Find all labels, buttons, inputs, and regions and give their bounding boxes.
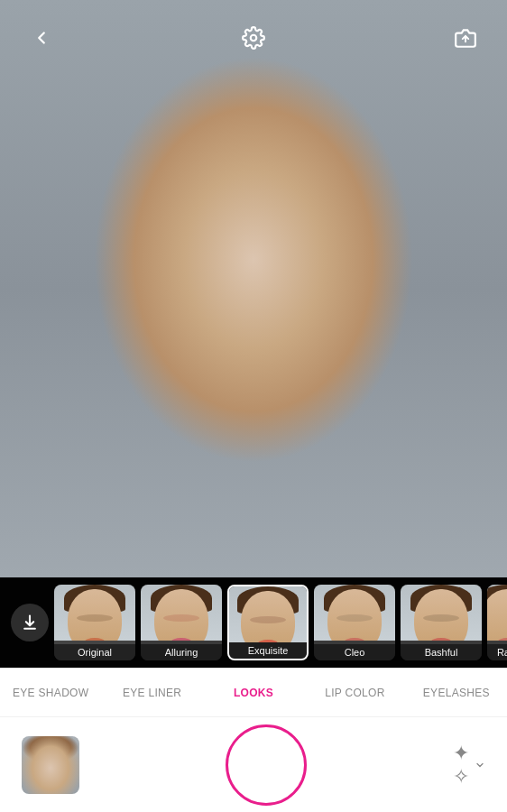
circle-color-selector[interactable] (226, 724, 307, 806)
download-button[interactable] (11, 604, 49, 641)
avatar[interactable] (22, 736, 79, 794)
tab-lip-color[interactable]: LIP COLOR (304, 679, 405, 706)
avatar-face (22, 736, 79, 794)
tab-eye-shadow[interactable]: EYE SHADOW (0, 679, 101, 706)
settings-button[interactable] (234, 18, 273, 58)
look-label-cleo: Cleo (314, 644, 395, 660)
bottom-tabs: EYE SHADOW EYE LINER LOOKS LIP COLOR EYE… (0, 668, 507, 716)
look-label-original: Original (54, 644, 135, 660)
tab-eye-liner[interactable]: EYE LINER (101, 679, 202, 706)
look-strip-wrapper: Original Alluring Exquisite (0, 577, 507, 668)
back-button[interactable] (22, 18, 61, 58)
photo-area (0, 0, 507, 577)
circle-inner (232, 731, 300, 799)
look-label-alluring: Alluring (141, 644, 222, 660)
look-item-cleo[interactable]: Cleo (314, 585, 395, 660)
sparkle-effects-button[interactable]: ✦✧ (453, 742, 485, 789)
face-photo (0, 0, 507, 577)
chevron-down-icon (475, 760, 485, 770)
look-item-original[interactable]: Original (54, 585, 135, 660)
look-label-exquisite: Exquisite (229, 642, 307, 659)
tab-looks[interactable]: LOOKS (203, 679, 304, 706)
look-item-bashful[interactable]: Bashful (401, 585, 482, 660)
sparkle-icon: ✦✧ (453, 742, 469, 789)
bottom-panel: ✦✧ (0, 716, 507, 812)
tab-eyelashes[interactable]: EYELASHES (406, 679, 507, 706)
top-bar (0, 0, 507, 76)
svg-point-0 (251, 35, 257, 42)
look-strip: Original Alluring Exquisite (0, 577, 507, 668)
look-item-ravishing[interactable]: Ra... (487, 585, 507, 660)
look-label-bashful: Bashful (401, 644, 482, 660)
camera-flip-button[interactable] (446, 18, 485, 58)
look-item-alluring[interactable]: Alluring (141, 585, 222, 660)
look-item-exquisite[interactable]: Exquisite (227, 585, 309, 660)
look-label-ravishing: Ra... (487, 644, 507, 660)
